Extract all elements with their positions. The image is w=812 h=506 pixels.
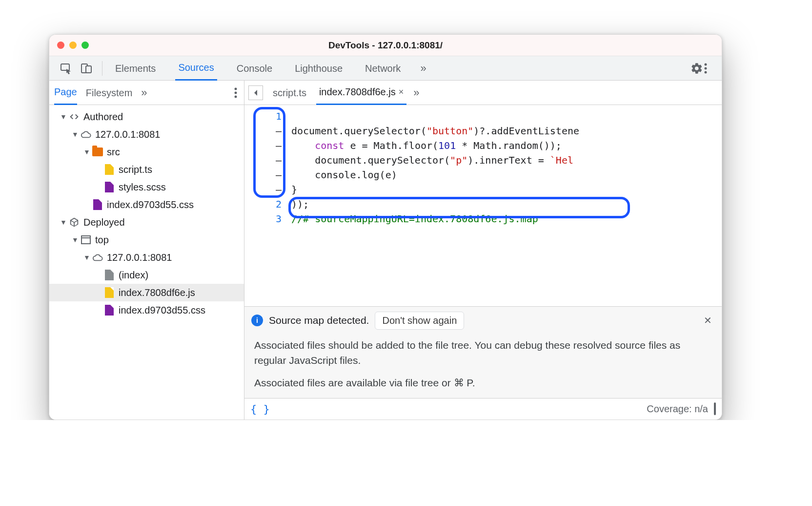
main-toolbar: Elements Sources Console Lighthouse Netw…: [49, 56, 722, 81]
kebab-menu-icon[interactable]: [704, 63, 718, 74]
tree-group-deployed[interactable]: ▼ Deployed: [49, 213, 244, 231]
svg-point-7: [235, 91, 237, 94]
js-file-icon: [104, 164, 115, 175]
scss-file-icon: [104, 182, 115, 192]
settings-gear-icon[interactable]: [690, 62, 704, 75]
editor-tab-label: script.ts: [273, 81, 306, 105]
svg-point-3: [705, 63, 707, 65]
titlebar: DevTools - 127.0.0.1:8081/: [49, 35, 722, 56]
tree-file-index-css-authored[interactable]: ▼ index.d9703d55.css: [49, 196, 244, 213]
navigator-tab-page[interactable]: Page: [54, 80, 77, 105]
tab-elements[interactable]: Elements: [112, 57, 159, 80]
tree-folder-src[interactable]: ▼ src: [49, 143, 244, 161]
navigator-kebab-icon[interactable]: [234, 87, 237, 98]
code-content[interactable]: document.querySelector("button")?.addEve…: [286, 105, 722, 306]
navigator-panel: Page Filesystem » ▼ Authored ▼: [49, 81, 244, 420]
tab-sources[interactable]: Sources: [175, 56, 217, 81]
infobar-title: Source map detected.: [269, 315, 369, 326]
window-title: DevTools - 127.0.0.1:8081/: [49, 40, 722, 51]
tree-file-index[interactable]: ▼ (index): [49, 266, 244, 284]
tree-label: src: [107, 147, 120, 158]
svg-point-6: [235, 87, 237, 90]
tree-label: top: [95, 234, 109, 246]
cloud-icon: [92, 252, 103, 263]
line-number: 3: [276, 211, 282, 226]
tab-lighthouse[interactable]: Lighthouse: [292, 57, 345, 80]
css-file-icon: [104, 305, 115, 316]
info-icon: i: [251, 315, 263, 326]
frame-icon: [81, 234, 91, 245]
editor-nav-back-icon[interactable]: [248, 85, 263, 100]
tree-frame-top[interactable]: ▼ top: [49, 231, 244, 249]
editor-status-bar: { } Coverage: n/a: [244, 398, 722, 420]
file-tree: ▼ Authored ▼ 127.0.0.1:8081 ▼ src: [49, 105, 244, 420]
navigator-more-chevron-icon[interactable]: »: [141, 86, 147, 99]
tree-label: 127.0.0.1:8081: [95, 129, 160, 140]
svg-rect-2: [86, 66, 91, 73]
tree-label: script.ts: [119, 164, 152, 175]
content-area: Page Filesystem » ▼ Authored ▼: [49, 81, 722, 420]
svg-rect-0: [61, 64, 69, 70]
editor-more-chevron-icon[interactable]: »: [413, 86, 419, 99]
navigator-tabbar: Page Filesystem »: [49, 81, 244, 105]
editor-tab-index-js[interactable]: index.7808df6e.js ×: [316, 80, 406, 105]
editor-panel: script.ts index.7808df6e.js × » 1 – – – …: [244, 81, 722, 420]
code-icon: [69, 111, 80, 122]
js-file-icon: [104, 287, 115, 298]
code-editor[interactable]: 1 – – – – – 2 3 document.querySelector("…: [244, 105, 722, 306]
folder-icon: [92, 147, 103, 157]
tree-file-index-css[interactable]: ▼ index.d9703d55.css: [49, 301, 244, 319]
editor-tab-script-ts[interactable]: script.ts: [270, 81, 309, 105]
tree-file-index-js[interactable]: ▼ index.7808df6e.js: [49, 284, 244, 301]
editor-tab-label: index.7808df6e.js: [319, 80, 396, 104]
tree-label: Deployed: [83, 217, 125, 228]
toggle-drawer-icon[interactable]: [714, 403, 716, 415]
tree-host-deployed[interactable]: ▼ 127.0.0.1:8081: [49, 249, 244, 266]
coverage-status: Coverage: n/a: [647, 403, 708, 415]
cloud-icon: [81, 129, 91, 140]
pretty-print-icon[interactable]: { }: [250, 403, 270, 415]
device-toggle-icon[interactable]: [81, 63, 92, 74]
navigator-tab-filesystem[interactable]: Filesystem: [86, 81, 133, 105]
line-number-gutter: 1 – – – – – 2 3: [244, 105, 286, 306]
editor-tabbar: script.ts index.7808df6e.js × »: [244, 81, 722, 105]
tree-file-styles-scss[interactable]: ▼ styles.scss: [49, 178, 244, 196]
tab-console[interactable]: Console: [234, 57, 275, 80]
tree-label: (index): [119, 270, 148, 281]
tree-group-authored[interactable]: ▼ Authored: [49, 108, 244, 126]
tree-label: 127.0.0.1:8081: [107, 252, 172, 263]
tree-label: styles.scss: [119, 182, 166, 193]
tree-label: index.d9703d55.css: [119, 305, 205, 316]
dont-show-again-button[interactable]: Don't show again: [375, 312, 464, 330]
code-highlight-annotation: [288, 197, 630, 218]
gutter-highlight-annotation: [253, 107, 285, 198]
document-file-icon: [104, 270, 115, 280]
svg-point-5: [705, 71, 707, 73]
tree-label: index.7808df6e.js: [119, 287, 195, 298]
svg-rect-9: [81, 236, 90, 244]
tree-label: index.d9703d55.css: [107, 199, 194, 211]
inspect-element-icon[interactable]: [60, 63, 72, 74]
source-map-infobar: i Source map detected. Don't show again …: [244, 306, 722, 399]
svg-point-8: [235, 95, 237, 98]
svg-point-4: [705, 67, 707, 69]
close-tab-icon[interactable]: ×: [399, 80, 404, 104]
infobar-body: Associated files should be added to the …: [244, 335, 722, 399]
devtools-window: DevTools - 127.0.0.1:8081/ Elements Sour…: [49, 34, 722, 420]
cube-icon: [69, 217, 80, 228]
infobar-text: Associated files are available via file …: [254, 375, 712, 391]
infobar-text: Associated files should be added to the …: [254, 337, 712, 368]
tree-label: Authored: [83, 111, 123, 123]
tab-network[interactable]: Network: [362, 57, 404, 80]
tree-file-script-ts[interactable]: ▼ script.ts: [49, 161, 244, 178]
tree-host-authored[interactable]: ▼ 127.0.0.1:8081: [49, 126, 244, 143]
infobar-close-icon[interactable]: ✕: [701, 315, 715, 326]
css-file-icon: [92, 199, 103, 210]
more-tabs-chevron-icon[interactable]: »: [420, 62, 426, 75]
line-number: 2: [276, 197, 282, 211]
